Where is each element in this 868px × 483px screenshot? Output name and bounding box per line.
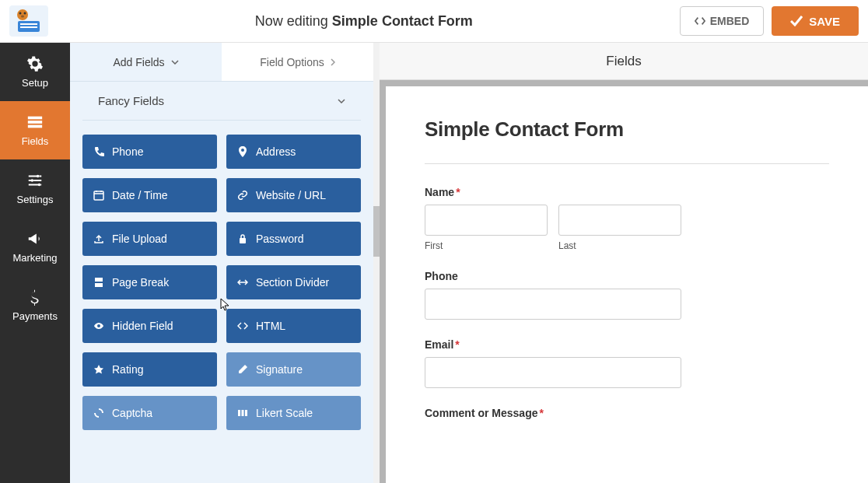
tab-add-fields[interactable]: Add Fields [70, 43, 222, 81]
nav-fields[interactable]: Fields [0, 101, 70, 159]
phone-label: Phone [425, 270, 829, 282]
code-icon [237, 320, 248, 331]
divider-icon [237, 277, 248, 288]
first-sublabel: First [425, 240, 548, 251]
fields-icon [26, 114, 44, 131]
field-phone[interactable]: Phone [82, 135, 217, 169]
pencil-icon [237, 364, 248, 375]
save-button[interactable]: SAVE [772, 6, 859, 36]
field-rating[interactable]: Rating [82, 352, 217, 387]
last-name-input[interactable] [558, 205, 681, 236]
chevron-down-icon [338, 99, 345, 103]
gear-icon [26, 55, 44, 72]
svg-rect-13 [94, 191, 103, 200]
nav-setup[interactable]: Setup [0, 43, 70, 101]
likert-icon [237, 408, 248, 418]
nav-label: Settings [17, 194, 54, 205]
canvas-header: Fields [380, 43, 868, 80]
svg-point-2 [24, 12, 26, 15]
nav-settings[interactable]: Settings [0, 159, 70, 218]
code-icon [695, 16, 705, 26]
embed-button[interactable]: EMBED [680, 6, 765, 36]
chevron-down-icon [171, 60, 179, 65]
scrollbar-track[interactable] [373, 43, 380, 483]
form-divider [425, 163, 829, 164]
upload-icon [93, 233, 104, 244]
svg-rect-15 [95, 278, 103, 282]
svg-point-11 [31, 179, 34, 182]
calendar-icon [93, 190, 104, 201]
svg-rect-5 [20, 23, 37, 25]
field-website-url[interactable]: Website / URL [226, 178, 361, 212]
section-fancy-fields[interactable]: Fancy Fields [82, 82, 361, 121]
email-label: Email* [425, 338, 829, 351]
svg-point-12 [38, 184, 41, 187]
nav-label: Marketing [12, 252, 57, 264]
sliders-icon [26, 172, 44, 189]
svg-rect-17 [238, 410, 240, 416]
field-page-break[interactable]: Page Break [82, 265, 217, 299]
bullhorn-icon [26, 230, 44, 247]
nav-label: Setup [22, 77, 48, 89]
logo [9, 5, 48, 37]
svg-point-3 [21, 16, 24, 18]
chevron-right-icon [331, 58, 335, 66]
svg-point-0 [17, 9, 28, 20]
phone-icon [93, 146, 104, 157]
form-title: Simple Contact Form [425, 117, 829, 142]
first-name-input[interactable] [425, 205, 548, 236]
svg-rect-16 [95, 283, 103, 287]
editing-title: Now editing Simple Contact Form [48, 13, 680, 30]
phone-input[interactable] [425, 289, 681, 320]
field-address[interactable]: Address [226, 135, 361, 169]
nav-label: Payments [12, 310, 58, 322]
svg-rect-6 [20, 26, 37, 28]
svg-rect-14 [240, 238, 246, 243]
svg-point-10 [37, 175, 40, 178]
field-likert-scale[interactable]: Likert Scale [226, 396, 361, 430]
nav-payments[interactable]: Payments [0, 276, 70, 334]
recaptcha-icon [93, 408, 104, 418]
field-html[interactable]: HTML [226, 309, 361, 343]
field-password[interactable]: Password [226, 222, 361, 256]
field-file-upload[interactable]: File Upload [82, 222, 217, 256]
svg-rect-8 [28, 121, 42, 124]
field-section-divider[interactable]: Section Divider [226, 265, 361, 299]
svg-rect-18 [242, 410, 244, 416]
field-hidden-field[interactable]: Hidden Field [82, 309, 217, 343]
lock-icon [237, 233, 248, 244]
field-captcha[interactable]: Captcha [82, 396, 217, 430]
name-label: Name* [425, 186, 829, 198]
pagebreak-icon [93, 277, 104, 288]
email-input[interactable] [425, 357, 681, 388]
nav-label: Fields [22, 135, 49, 147]
form-preview[interactable]: Simple Contact Form Name* First Last Pho… [386, 86, 868, 483]
field-date-time[interactable]: Date / Time [82, 178, 217, 212]
pin-icon [237, 146, 248, 157]
last-sublabel: Last [558, 240, 681, 251]
eye-icon [93, 320, 104, 331]
svg-rect-19 [245, 410, 247, 416]
svg-rect-7 [28, 117, 42, 120]
tab-field-options[interactable]: Field Options [222, 43, 373, 81]
check-icon [790, 16, 803, 26]
field-signature[interactable]: Signature [226, 352, 361, 387]
dollar-icon [26, 289, 44, 306]
star-icon [93, 364, 104, 375]
scrollbar-thumb[interactable] [373, 206, 380, 257]
nav-marketing[interactable]: Marketing [0, 218, 70, 276]
svg-rect-9 [28, 125, 42, 128]
link-icon [237, 190, 248, 201]
svg-point-1 [19, 12, 22, 15]
comment-label: Comment or Message* [425, 407, 829, 419]
